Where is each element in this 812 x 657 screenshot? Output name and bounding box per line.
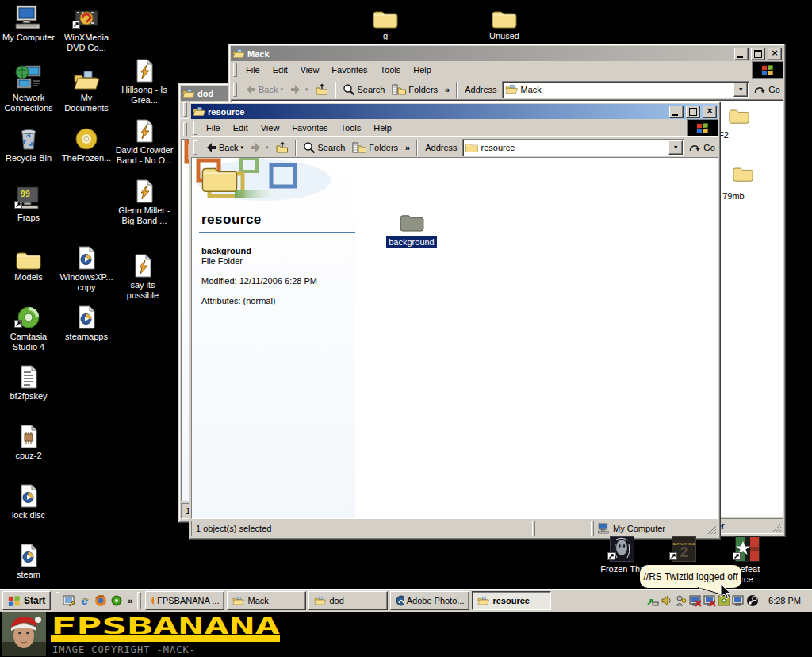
menu-edit[interactable]: Edit xyxy=(227,121,255,135)
address-dropdown-button[interactable]: ▼ xyxy=(668,140,683,155)
desktop-icon-say-its-possible[interactable]: say its possible xyxy=(114,251,171,301)
desktop-icon-steam[interactable]: steam xyxy=(0,540,57,580)
taskbar-button-fpsbanana[interactable]: FPSBANANA ... xyxy=(145,591,224,610)
toolbar-overflow-chevron[interactable]: » xyxy=(402,141,413,154)
desktop-icon-g[interactable]: g xyxy=(357,2,414,41)
resource-toolbar: Back▾ ▾ Search Folders » Address resourc… xyxy=(191,136,718,157)
desktop-icon-battlefield-2[interactable]: 2 BATTLEFIELD xyxy=(655,535,712,564)
resource-title-bar[interactable]: resource × xyxy=(191,104,718,119)
menu-help[interactable]: Help xyxy=(367,121,398,135)
resource-file-list[interactable]: background xyxy=(355,158,718,518)
taskbar-button-dod[interactable]: dod xyxy=(308,591,388,610)
go-button[interactable]: Go xyxy=(750,82,783,98)
start-button[interactable]: Start xyxy=(2,591,51,610)
desktop-icon-winxmedia[interactable]: WinXMedia DVD Co... xyxy=(58,3,115,53)
quick-launch-overflow-chevron[interactable]: » xyxy=(124,596,136,605)
internet-explorer-icon[interactable]: e xyxy=(78,594,92,608)
up-button[interactable] xyxy=(312,82,331,98)
menu-help[interactable]: Help xyxy=(407,63,438,77)
forward-button[interactable]: ▾ xyxy=(247,140,272,156)
selected-folder-item[interactable]: background xyxy=(376,212,447,248)
tray-display-icon[interactable] xyxy=(732,594,745,607)
firefox-icon[interactable] xyxy=(94,594,108,608)
close-button[interactable]: × xyxy=(703,106,717,118)
show-desktop-icon[interactable] xyxy=(62,594,76,608)
folders-button[interactable]: Folders xyxy=(389,82,441,98)
xfire-icon[interactable] xyxy=(109,594,124,608)
toolbar-grip[interactable] xyxy=(183,102,187,117)
tray-volume-icon[interactable] xyxy=(661,594,673,607)
menu-favorites[interactable]: Favorites xyxy=(325,63,373,77)
menu-file[interactable]: File xyxy=(200,121,227,135)
taskbar-clock[interactable]: 6:28 PM xyxy=(760,596,807,605)
address-dropdown-button[interactable]: ▼ xyxy=(733,83,748,97)
desktop-icon-cpuz-2[interactable]: cpuz-2 xyxy=(0,421,57,461)
maximize-button[interactable] xyxy=(686,106,700,118)
toolbar-overflow-chevron[interactable]: » xyxy=(442,83,453,96)
desktop-icon-windowsxp-copy[interactable]: WindowsXP... copy xyxy=(58,243,115,293)
tray-steam-icon[interactable] xyxy=(746,594,759,607)
menu-view[interactable]: View xyxy=(294,63,326,77)
desktop-icon-bf2fpskey[interactable]: bf2fpskey xyxy=(0,362,57,402)
menu-favorites[interactable]: Favorites xyxy=(285,121,334,135)
menu-edit[interactable]: Edit xyxy=(266,63,294,77)
up-button[interactable] xyxy=(273,140,292,156)
minimize-button[interactable] xyxy=(669,106,684,118)
desktop-icon-camtasia[interactable]: Camtasia Studio 4 xyxy=(0,302,57,352)
address-bar[interactable]: resource ▼ xyxy=(462,139,685,156)
taskbar-button-resource[interactable]: resource xyxy=(472,591,551,610)
desktop-icon-glenn-miller[interactable]: Glenn Miller - Big Band ... xyxy=(113,176,176,226)
tray-share-icon[interactable] xyxy=(646,594,659,607)
shortcut-arrow-icon xyxy=(607,552,615,562)
address-bar[interactable]: Mack ▼ xyxy=(502,81,750,98)
toolbar-grip[interactable] xyxy=(233,83,237,97)
taskbar-grip[interactable] xyxy=(137,592,141,609)
toolbar-grip[interactable] xyxy=(193,140,197,155)
location-pane: My Computer xyxy=(593,521,718,536)
menu-tools[interactable]: Tools xyxy=(335,121,368,135)
address-value: Mack xyxy=(521,85,542,94)
search-button[interactable]: Search xyxy=(300,140,349,156)
resize-grip[interactable] xyxy=(707,525,717,535)
maximize-button[interactable] xyxy=(751,48,765,60)
desktop-icon-network-connections[interactable]: Network Connections xyxy=(0,63,57,113)
back-button[interactable]: Back▾ xyxy=(201,140,247,156)
toolbar-grip[interactable] xyxy=(183,122,187,136)
back-button[interactable]: Back▾ xyxy=(240,82,286,98)
desktop-icon-recycle-bin[interactable]: Recycle Bin xyxy=(0,124,57,163)
tray-messenger-icon[interactable] xyxy=(675,594,688,607)
desktop-icon-steamapps[interactable]: steamapps xyxy=(58,302,115,342)
toolbar-grip[interactable] xyxy=(233,63,237,77)
minimize-button[interactable] xyxy=(734,48,749,60)
desktop-icon-my-documents[interactable]: My Documents xyxy=(58,63,115,113)
desktop-icon-thefrozen[interactable]: TheFrozen... xyxy=(58,124,115,163)
menu-file[interactable]: File xyxy=(239,63,266,77)
mack-file-item[interactable]: F2 xyxy=(715,107,763,140)
desktop-icon-lock-disc[interactable]: lock disc xyxy=(0,481,57,521)
forward-button[interactable]: ▾ xyxy=(287,82,312,98)
address-label: Address xyxy=(461,85,500,94)
taskbar-button-mack[interactable]: Mack xyxy=(227,591,306,610)
desktop-icon-unused[interactable]: Unused xyxy=(476,2,533,41)
toolbar-grip[interactable] xyxy=(193,121,197,135)
folders-button[interactable]: Folders xyxy=(349,140,401,156)
mouse-cursor xyxy=(720,584,731,600)
desktop-icon-my-computer[interactable]: My Computer xyxy=(0,3,57,43)
folder-icon xyxy=(0,243,57,270)
search-button[interactable]: Search xyxy=(339,82,389,98)
desktop-icon-models[interactable]: Models xyxy=(0,243,57,282)
desktop-icon-david-crowder[interactable]: David Crowder Band - No O... xyxy=(113,116,176,166)
taskbar-button-adobe[interactable]: Adobe Photo... xyxy=(390,591,469,610)
resize-grip[interactable] xyxy=(772,523,782,532)
close-button[interactable]: × xyxy=(768,48,782,60)
mack-title-bar[interactable]: Mack × xyxy=(231,46,783,61)
menu-tools[interactable]: Tools xyxy=(374,63,408,77)
taskbar-grip[interactable] xyxy=(56,592,59,609)
mack-file-item[interactable]: d 79mb xyxy=(715,165,771,201)
winamp-file-icon xyxy=(113,56,176,83)
windows-flag-icon xyxy=(8,595,21,607)
menu-view[interactable]: View xyxy=(255,121,286,135)
go-button[interactable]: Go xyxy=(685,140,718,156)
desktop-icon-fraps[interactable]: 99 Fraps xyxy=(0,183,57,223)
desktop-icon-hillsong[interactable]: Hillsong - Is Grea... xyxy=(113,56,176,106)
